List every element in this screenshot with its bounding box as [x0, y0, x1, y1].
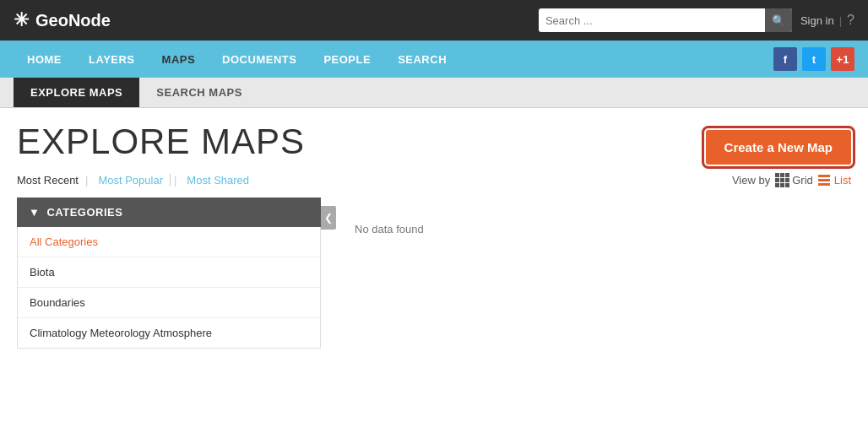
main-nav-links: HOME LAYERS MAPS DOCUMENTS PEOPLE SEARCH [14, 41, 460, 78]
nav-documents[interactable]: DOCUMENTS [209, 41, 310, 78]
tabs-bar: EXPLORE MAPS SEARCH MAPS [0, 78, 868, 108]
view-by: View by Grid [732, 173, 851, 187]
sort-links: Most Recent | Most Popular | Most Shared [17, 174, 256, 187]
sort-most-recent[interactable]: Most Recent [17, 174, 79, 187]
search-button[interactable]: 🔍 [765, 8, 792, 32]
categories-label: CATEGORIES [46, 206, 122, 219]
category-all[interactable]: All Categories [18, 227, 320, 257]
categories-header[interactable]: ▼ CATEGORIES [17, 197, 321, 227]
top-right-area: 🔍 Sign in | ? [539, 8, 854, 32]
logo-text: GeoNode [35, 11, 111, 30]
nav-search[interactable]: SEARCH [384, 41, 460, 78]
no-data-message: No data found [329, 197, 851, 261]
list-icon [818, 175, 830, 186]
sort-most-shared[interactable]: Most Shared [180, 174, 256, 187]
page-title: EXPLORE MAPS [17, 122, 305, 162]
twitter-icon[interactable]: t [802, 47, 826, 71]
collapse-sidebar-button[interactable]: ❮ [321, 206, 336, 230]
sidebar: ▼ CATEGORIES All Categories Biota Bounda… [17, 197, 321, 349]
search-input[interactable] [539, 14, 765, 27]
list-view-button[interactable]: List [818, 174, 851, 187]
main-navbar: HOME LAYERS MAPS DOCUMENTS PEOPLE SEARCH… [0, 41, 868, 78]
view-by-label: View by [732, 174, 770, 187]
grid-view-button[interactable]: Grid [775, 173, 813, 187]
content-area: ❮ No data found [321, 197, 851, 349]
page-header: EXPLORE MAPS Create a New Map [17, 122, 851, 165]
page-content: EXPLORE MAPS Create a New Map Most Recen… [0, 108, 868, 362]
top-navbar: ✳ GeoNode 🔍 Sign in | ? [0, 0, 868, 41]
category-boundaries[interactable]: Boundaries [18, 288, 320, 318]
logo-icon: ✳ [14, 9, 29, 31]
search-bar: 🔍 [539, 8, 792, 32]
chevron-down-icon: ▼ [29, 206, 40, 219]
help-icon[interactable]: ? [847, 13, 854, 28]
list-label: List [834, 174, 851, 187]
tab-search-maps[interactable]: SEARCH MAPS [139, 78, 259, 107]
nav-home[interactable]: HOME [14, 41, 75, 78]
logo-area: ✳ GeoNode [14, 9, 111, 31]
social-icons: f t +1 [773, 47, 854, 71]
facebook-icon[interactable]: f [773, 47, 797, 71]
divider: | [839, 14, 842, 27]
top-right-links: Sign in | ? [800, 13, 854, 28]
category-biota[interactable]: Biota [18, 257, 320, 288]
categories-list: All Categories Biota Boundaries Climatol… [17, 227, 321, 349]
signin-link[interactable]: Sign in [800, 14, 834, 27]
sort-most-popular[interactable]: Most Popular [91, 174, 171, 187]
sort-bar: Most Recent | Most Popular | Most Shared… [17, 173, 851, 187]
category-climatology[interactable]: Climatology Meteorology Atmosphere [18, 318, 320, 348]
grid-label: Grid [792, 174, 813, 187]
main-layout: ▼ CATEGORIES All Categories Biota Bounda… [17, 197, 851, 349]
nav-layers[interactable]: LAYERS [75, 41, 149, 78]
nav-maps[interactable]: MAPS [149, 41, 209, 78]
create-map-button[interactable]: Create a New Map [706, 130, 851, 165]
googleplus-icon[interactable]: +1 [831, 47, 854, 71]
grid-icon [775, 173, 789, 187]
tab-explore-maps[interactable]: EXPLORE MAPS [14, 78, 139, 107]
nav-people[interactable]: PEOPLE [310, 41, 384, 78]
